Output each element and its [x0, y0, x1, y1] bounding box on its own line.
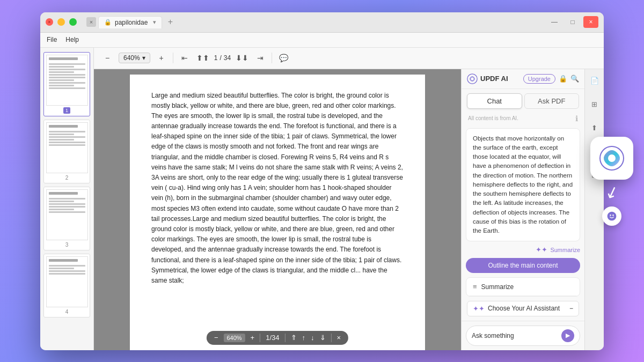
svg-point-3: [608, 154, 616, 162]
side-pdf-icon[interactable]: 📄: [587, 73, 602, 88]
page-badge-1: 1: [63, 107, 70, 114]
ai-title: UPDF AI: [480, 75, 508, 83]
thumbnail-page-2[interactable]: 2: [43, 120, 90, 183]
pdf-wrapper: Large and medium sized beautiful butterf…: [94, 69, 604, 350]
page-first-btn[interactable]: ⇤: [178, 51, 192, 65]
updf-app-icon: [590, 137, 633, 180]
floating-icon: [606, 211, 617, 221]
thumbnail-page-1[interactable]: 1: [43, 52, 90, 116]
page-num-2: 2: [65, 175, 69, 181]
window-max-btn[interactable]: [69, 18, 77, 26]
add-tab-btn[interactable]: +: [164, 16, 176, 28]
bottom-toolbar: − 640% + 1/34 ⇑ ↑ ↓ ⇓: [207, 331, 348, 345]
tab-ask-pdf[interactable]: Ask PDF: [524, 93, 580, 109]
bt-nav-prev[interactable]: ↑: [302, 334, 306, 342]
tab-lock-icon: 🔒: [104, 19, 112, 26]
ai-header: UPDF AI Upgrade 🔒 🔍: [462, 69, 584, 89]
pdf-area: Large and medium sized beautiful butterf…: [94, 69, 461, 350]
tab-chat[interactable]: Chat: [467, 93, 522, 109]
chat-send-btn[interactable]: ▶: [561, 329, 574, 342]
page-num-4: 4: [65, 309, 69, 315]
side-layers-icon[interactable]: ⊞: [587, 97, 602, 112]
bt-sep-1: [260, 334, 260, 342]
title-bar: × × 🔒 papilonidae ▾ + — □ ×: [40, 12, 604, 33]
upgrade-btn[interactable]: Upgrade: [523, 74, 555, 84]
close-btn[interactable]: ×: [583, 16, 598, 28]
summarize-icon: ≡: [473, 283, 477, 291]
zoom-out-btn[interactable]: −: [100, 51, 114, 65]
action-summarize[interactable]: ≡ Summarize: [466, 278, 580, 296]
tab-switcher: Chat Ask PDF: [462, 89, 584, 109]
bt-page-display: 1/34: [266, 334, 279, 342]
pdf-content: Large and medium sized beautiful butterf…: [151, 91, 404, 286]
thumbnail-page-3[interactable]: 3: [43, 187, 90, 250]
minimize-btn[interactable]: —: [547, 16, 562, 28]
toolbar-separator-1: [173, 53, 173, 63]
ai-panel: UPDF AI Upgrade 🔒 🔍 Chat: [461, 69, 584, 350]
chat-input-area: ▶: [462, 321, 584, 350]
assistant-selector[interactable]: ✦✦ Choose Your AI Assistant −: [467, 301, 579, 316]
thumbnail-page-4[interactable]: 4: [43, 254, 90, 317]
window-min-btn[interactable]: [57, 18, 65, 26]
side-upload-icon[interactable]: ⬆: [587, 121, 602, 136]
floating-icon-btn[interactable]: [602, 206, 621, 226]
info-icon: ℹ: [575, 114, 578, 123]
bt-nav-prev-fast[interactable]: ⇑: [291, 334, 297, 342]
bt-sep-3: [331, 334, 332, 342]
pdf-toolbar: − 640% ▾ + ⇤ ⬆⬆ 1 / 34 ⬇⬇ ⇥: [94, 48, 604, 69]
updf-logo-icon: [598, 145, 625, 172]
tab-label: papilonidae: [115, 19, 148, 26]
pdf-page: Large and medium sized beautiful butterf…: [130, 75, 425, 350]
assistant-chevron-icon: −: [569, 305, 573, 312]
page-num-3: 3: [65, 242, 69, 248]
zoom-in-btn[interactable]: +: [155, 51, 169, 65]
comment-btn[interactable]: 💬: [276, 51, 290, 65]
cursor-arrow-icon: ↙: [602, 180, 621, 202]
bt-close-btn[interactable]: ×: [337, 334, 341, 342]
bt-nav-next-fast[interactable]: ⇓: [320, 334, 326, 342]
maximize-btn[interactable]: □: [565, 16, 580, 28]
svg-point-4: [610, 215, 611, 216]
ai-response-message: Objects that move horizontally on the su…: [466, 128, 580, 242]
action-list: ≡ Summarize 🌐 Translate 💡: [466, 277, 580, 296]
thumbnail-sidebar: 1 2: [40, 48, 94, 350]
menu-bar: File Help: [40, 33, 604, 48]
svg-point-1: [471, 77, 474, 80]
bt-zoom-level[interactable]: 640%: [223, 334, 245, 342]
svg-point-5: [612, 215, 614, 216]
tab-close-btn[interactable]: ×: [86, 17, 96, 27]
tab-papilonidae[interactable]: 🔒 papilonidae ▾: [98, 16, 162, 28]
assistant-left: ✦✦ Choose Your AI Assistant: [473, 305, 560, 313]
page-display: 1 / 34: [214, 54, 231, 62]
bt-sep-2: [285, 334, 286, 342]
page-next-fast-btn[interactable]: ⬇⬇: [235, 51, 249, 65]
chat-input[interactable]: [472, 332, 558, 339]
updf-ai-logo-icon: [467, 73, 478, 84]
page-prev-fast-btn[interactable]: ⬆⬆: [196, 51, 210, 65]
ai-panel-wrapper: UPDF AI Upgrade 🔒 🔍 Chat: [461, 69, 604, 350]
zoom-dropdown-icon[interactable]: ▾: [142, 54, 145, 62]
tab-dropdown-icon[interactable]: ▾: [153, 19, 156, 26]
ai-search-icon[interactable]: 🔍: [570, 75, 579, 83]
summarize-header: ✦✦ Summarize: [466, 246, 580, 254]
ai-content: All content is from AI. ℹ Objects that m…: [462, 109, 584, 321]
bt-nav-next[interactable]: ↓: [311, 334, 314, 342]
assistant-dots-icon: ✦✦: [473, 305, 485, 313]
ai-lock-icon[interactable]: 🔒: [559, 75, 567, 83]
menu-help[interactable]: Help: [65, 36, 79, 43]
outline-btn[interactable]: Outline the main content: [466, 258, 580, 273]
menu-file[interactable]: File: [47, 36, 57, 43]
window-close-btn[interactable]: ×: [46, 18, 53, 26]
chat-input-wrapper: ▶: [466, 326, 580, 346]
page-last-btn[interactable]: ⇥: [253, 51, 267, 65]
zoom-display[interactable]: 640% ▾: [119, 53, 150, 63]
toolbar-separator-2: [272, 53, 272, 63]
ai-disclaimer: All content is from AI. ℹ: [466, 113, 580, 124]
bt-zoom-in[interactable]: +: [251, 334, 255, 342]
bt-zoom-out[interactable]: −: [214, 334, 218, 342]
ai-brand: UPDF AI: [467, 73, 508, 84]
